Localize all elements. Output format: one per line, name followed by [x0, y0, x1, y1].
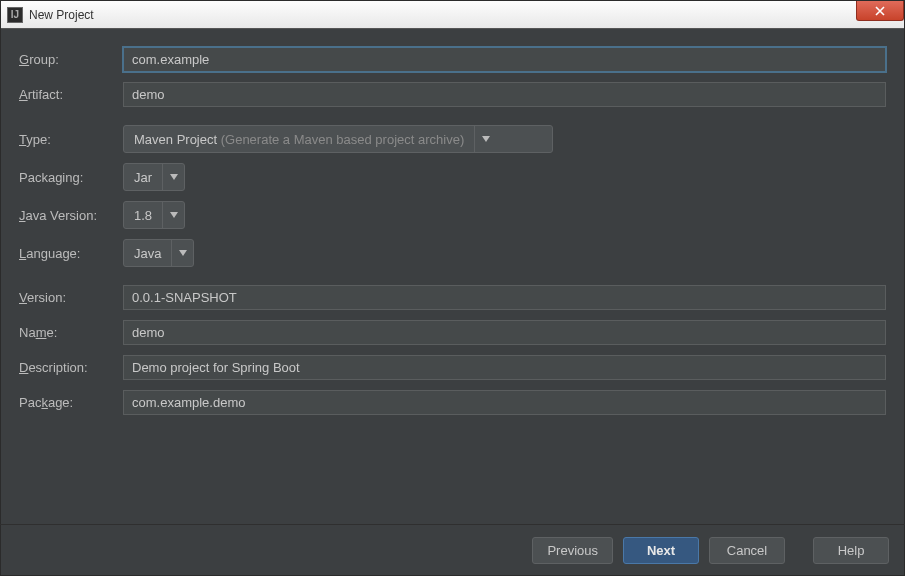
group-input[interactable] — [123, 47, 886, 72]
description-input[interactable] — [123, 355, 886, 380]
language-combo[interactable]: Java — [123, 239, 194, 267]
language-label: Language: — [19, 246, 123, 261]
package-label: Package: — [19, 395, 123, 410]
version-label: Version: — [19, 290, 123, 305]
chevron-down-icon — [179, 250, 187, 256]
java-version-combo-arrow[interactable] — [162, 202, 184, 228]
previous-button[interactable]: Previous — [532, 537, 613, 564]
chevron-down-icon — [170, 174, 178, 180]
type-combo-arrow[interactable] — [474, 126, 496, 152]
row-name: Name: — [19, 320, 886, 345]
java-version-label: Java Version: — [19, 208, 123, 223]
chevron-down-icon — [482, 136, 490, 142]
packaging-combo-arrow[interactable] — [162, 164, 184, 190]
form-content: Group: Artifact: Type: Maven Project (Ge… — [1, 29, 904, 415]
title-bar: IJ New Project — [1, 1, 904, 29]
close-icon — [874, 6, 886, 16]
close-button[interactable] — [856, 1, 904, 21]
row-description: Description: — [19, 355, 886, 380]
chevron-down-icon — [170, 212, 178, 218]
java-version-combo-text: 1.8 — [124, 208, 162, 223]
row-java-version: Java Version: 1.8 — [19, 201, 886, 229]
next-button[interactable]: Next — [623, 537, 699, 564]
row-packaging: Packaging: Jar — [19, 163, 886, 191]
packaging-combo-text: Jar — [124, 170, 162, 185]
packaging-label: Packaging: — [19, 170, 123, 185]
description-label: Description: — [19, 360, 123, 375]
version-input[interactable] — [123, 285, 886, 310]
app-icon: IJ — [7, 7, 23, 23]
artifact-label: Artifact: — [19, 87, 123, 102]
cancel-button[interactable]: Cancel — [709, 537, 785, 564]
packaging-combo[interactable]: Jar — [123, 163, 185, 191]
java-version-combo[interactable]: 1.8 — [123, 201, 185, 229]
type-label: Type: — [19, 132, 123, 147]
window-title: New Project — [29, 8, 94, 22]
row-group: Group: — [19, 47, 886, 72]
row-version: Version: — [19, 285, 886, 310]
artifact-input[interactable] — [123, 82, 886, 107]
language-combo-arrow[interactable] — [171, 240, 193, 266]
language-combo-text: Java — [124, 246, 171, 261]
name-label: Name: — [19, 325, 123, 340]
row-language: Language: Java — [19, 239, 886, 267]
row-artifact: Artifact: — [19, 82, 886, 107]
row-package: Package: — [19, 390, 886, 415]
name-input[interactable] — [123, 320, 886, 345]
type-combo[interactable]: Maven Project (Generate a Maven based pr… — [123, 125, 553, 153]
button-bar: Previous Next Cancel Help — [0, 524, 905, 576]
type-combo-text: Maven Project (Generate a Maven based pr… — [124, 132, 474, 147]
help-button[interactable]: Help — [813, 537, 889, 564]
package-input[interactable] — [123, 390, 886, 415]
row-type: Type: Maven Project (Generate a Maven ba… — [19, 125, 886, 153]
group-label: Group: — [19, 52, 123, 67]
